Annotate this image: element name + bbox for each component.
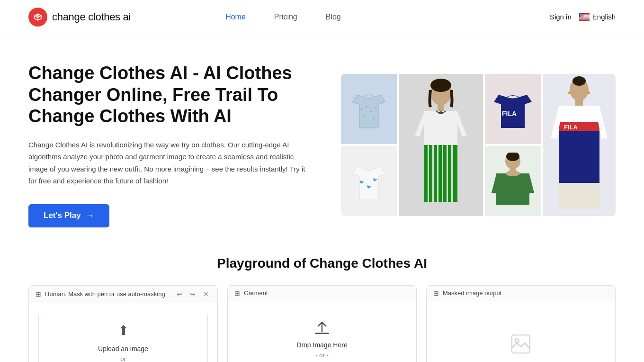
panel-3-icon: ⊞ <box>433 290 439 297</box>
svg-point-38 <box>371 110 372 112</box>
svg-rect-0 <box>36 14 39 17</box>
svg-point-16 <box>581 14 582 15</box>
upload-or: or <box>120 355 126 362</box>
close-button[interactable]: ✕ <box>201 290 211 299</box>
svg-point-35 <box>582 17 582 17</box>
svg-point-37 <box>366 106 367 107</box>
svg-rect-51 <box>447 145 448 202</box>
svg-point-19 <box>580 15 581 15</box>
svg-point-55 <box>572 76 586 86</box>
hero-description: Change Clothes AI is revolutionizing the… <box>28 139 313 187</box>
svg-point-28 <box>580 16 581 17</box>
human-panel-header: ⊞ Human. Mask with pen or use auto-maski… <box>29 286 217 303</box>
svg-point-15 <box>581 14 581 15</box>
garment-or: - or - <box>315 352 328 359</box>
svg-point-30 <box>581 16 582 17</box>
garment-panel-header: ⊞ Garment <box>228 286 416 301</box>
panel-2-icon: ⊞ <box>234 290 240 297</box>
hero-image-white-shirt: 🐦 🐦 🐦 <box>341 146 397 216</box>
language-label: English <box>592 13 616 21</box>
hero-image-fila-shirt: FILA <box>485 74 541 144</box>
nav-blog[interactable]: Blog <box>326 13 341 21</box>
svg-point-21 <box>581 15 582 15</box>
svg-rect-48 <box>432 145 434 202</box>
svg-point-9 <box>580 13 580 14</box>
nav-links: Home Pricing Blog <box>225 13 550 21</box>
svg-point-39 <box>376 107 377 109</box>
signin-button[interactable]: Sign in <box>550 13 572 21</box>
hero-image-person-1 <box>399 74 483 216</box>
svg-rect-63 <box>559 131 599 183</box>
upload-arrow-icon <box>313 319 331 338</box>
navbar: change clothes ai Home Pricing Blog Sign… <box>0 0 644 34</box>
svg-rect-5 <box>579 17 590 18</box>
svg-rect-60 <box>559 106 599 122</box>
arrow-icon: → <box>86 211 94 221</box>
svg-rect-59 <box>575 100 583 107</box>
svg-point-12 <box>581 13 582 14</box>
panel-2-label: Garment <box>244 290 268 297</box>
svg-point-41 <box>373 118 375 119</box>
hero-image-shirt <box>341 74 397 144</box>
garment-panel-body[interactable]: Drop Image Here - or - Click to Upload <box>228 301 416 362</box>
svg-point-22 <box>582 15 583 15</box>
output-panel-body <box>427 301 615 362</box>
svg-rect-64 <box>559 183 599 209</box>
undo-button[interactable]: ↩ <box>175 290 184 299</box>
svg-point-25 <box>581 15 582 16</box>
playground-section: Playground of Change Clothes AI ⊞ Human.… <box>0 246 644 362</box>
garment-panel: ⊞ Garment Drop Image Here - or - Click t… <box>227 285 417 362</box>
svg-point-34 <box>581 17 582 17</box>
hero-section: Change Clothes AI - AI Clothes Changer O… <box>0 34 644 246</box>
nav-pricing[interactable]: Pricing <box>274 13 297 21</box>
panel-1-label: Human. Mask with pen or use auto-masking <box>45 290 165 298</box>
svg-point-36 <box>361 108 363 109</box>
image-placeholder-icon <box>510 334 531 354</box>
logo-link[interactable]: change clothes ai <box>28 8 131 27</box>
output-panel-header: ⊞ Masked image output <box>427 286 615 301</box>
language-selector[interactable]: English <box>579 13 616 21</box>
svg-text:🐦: 🐦 <box>373 177 377 182</box>
panel-1-icon: ⊞ <box>36 290 41 298</box>
cta-button[interactable]: Let's Play → <box>28 204 109 227</box>
upload-icon: ⬆ <box>118 323 129 338</box>
svg-point-23 <box>580 15 581 16</box>
svg-text:FILA: FILA <box>564 124 578 131</box>
playground-panels: ⊞ Human. Mask with pen or use auto-maski… <box>28 285 616 362</box>
svg-point-74 <box>515 339 519 343</box>
hero-image-person-2: FILA <box>543 74 616 216</box>
svg-point-14 <box>580 14 581 15</box>
human-panel-body[interactable]: ⬆ Upload an image or select the draw too… <box>29 303 217 362</box>
nav-right: Sign in <box>550 13 616 21</box>
svg-point-11 <box>581 13 581 14</box>
human-panel: ⊞ Human. Mask with pen or use auto-maski… <box>28 285 218 362</box>
hero-text: Change Clothes AI - AI Clothes Changer O… <box>28 63 322 227</box>
svg-point-43 <box>430 79 451 92</box>
svg-rect-49 <box>437 145 438 202</box>
svg-point-40 <box>364 115 365 117</box>
svg-rect-47 <box>428 145 429 202</box>
upload-text: Upload an image <box>98 345 148 353</box>
redo-button[interactable]: ↪ <box>188 290 197 299</box>
logo-icon <box>28 8 47 27</box>
svg-text:🐦: 🐦 <box>367 184 371 189</box>
svg-point-24 <box>581 15 581 16</box>
svg-rect-6 <box>579 18 590 19</box>
drop-text: Drop Image Here <box>296 341 347 349</box>
svg-rect-44 <box>438 104 444 112</box>
human-upload-area[interactable]: ⬆ Upload an image or select the draw too… <box>38 313 208 362</box>
svg-rect-50 <box>442 145 443 202</box>
svg-rect-72 <box>315 333 329 334</box>
logo-text: change clothes ai <box>52 11 131 23</box>
nav-home[interactable]: Home <box>225 13 246 21</box>
svg-point-45 <box>438 111 443 114</box>
svg-text:🐦: 🐦 <box>359 180 364 184</box>
svg-point-57 <box>568 91 571 94</box>
svg-point-33 <box>581 17 581 17</box>
svg-point-26 <box>582 15 582 16</box>
svg-point-10 <box>580 13 581 14</box>
hero-title: Change Clothes AI - AI Clothes Changer O… <box>28 63 322 127</box>
svg-point-58 <box>587 91 590 94</box>
svg-point-27 <box>580 16 580 17</box>
svg-point-32 <box>580 17 581 17</box>
